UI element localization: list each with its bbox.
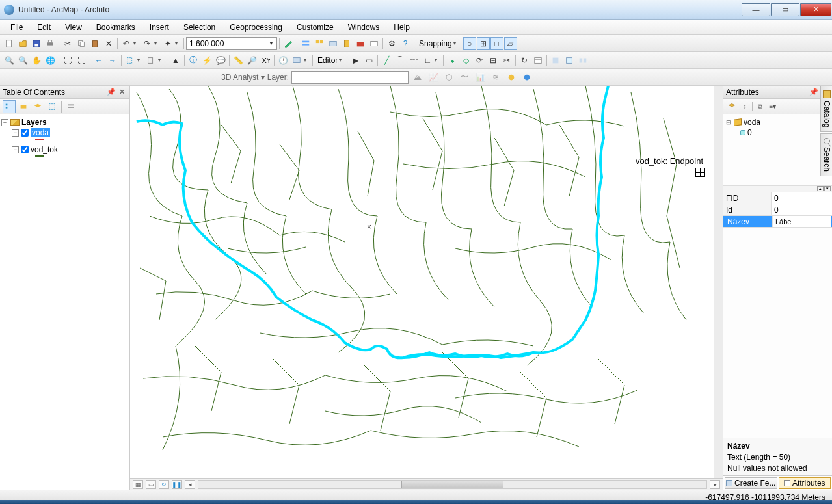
layer-switch-icon[interactable] bbox=[726, 101, 738, 113]
toc-item-voda[interactable]: − voda bbox=[1, 127, 128, 138]
delete-icon[interactable]: ✕ bbox=[102, 37, 115, 50]
attributes-icon[interactable] bbox=[531, 54, 544, 67]
snap-end-icon[interactable]: ⊞ bbox=[477, 37, 490, 50]
add-data-dropdown[interactable]: ▾ bbox=[175, 40, 181, 46]
menu-windows[interactable]: Windows bbox=[342, 21, 386, 34]
create-features-tab[interactable]: Create Fe... bbox=[725, 477, 777, 489]
model-builder-icon[interactable]: ⚙ bbox=[385, 37, 398, 50]
rotate-icon[interactable]: ↻ bbox=[518, 54, 531, 67]
trace-icon[interactable]: 〰 bbox=[407, 54, 420, 67]
maximize-button[interactable]: ▭ bbox=[771, 3, 799, 16]
layer-selector[interactable] bbox=[291, 71, 409, 84]
layout-view-button[interactable]: ▭ bbox=[146, 480, 156, 489]
side-tab-search[interactable]: Search bbox=[820, 133, 832, 176]
scene-icon[interactable] bbox=[505, 71, 518, 84]
list-by-drawing-icon[interactable] bbox=[3, 100, 16, 113]
toc-root-row[interactable]: − Layers bbox=[1, 117, 128, 127]
graph-icon[interactable] bbox=[520, 71, 533, 84]
search-window-icon[interactable] bbox=[327, 37, 340, 50]
catalog-tree-icon[interactable] bbox=[313, 37, 326, 50]
undo-dropdown[interactable]: ▾ bbox=[133, 40, 140, 46]
toc-item-vodtok[interactable]: − vod_tok bbox=[1, 144, 128, 155]
tree-toggle[interactable]: ⊟ bbox=[726, 119, 732, 126]
data-view-button[interactable]: ▦ bbox=[133, 480, 143, 489]
grid-row-nazev[interactable]: Název bbox=[723, 216, 832, 228]
layer-visibility-checkbox[interactable] bbox=[21, 129, 29, 137]
undo-icon[interactable]: ↶ bbox=[120, 37, 133, 50]
grid-value-input[interactable] bbox=[775, 218, 828, 226]
back-icon[interactable]: ← bbox=[92, 54, 105, 67]
menu-selection[interactable]: Selection bbox=[177, 21, 222, 34]
grid-row-fid[interactable]: FID 0 bbox=[723, 192, 832, 204]
clear-selection-icon[interactable] bbox=[144, 54, 157, 67]
menu-view[interactable]: View bbox=[59, 21, 88, 34]
close-button[interactable]: ✕ bbox=[800, 3, 831, 16]
attr-tree-root[interactable]: ⊟ voda bbox=[726, 117, 829, 127]
select-features-icon[interactable] bbox=[124, 54, 137, 67]
grid-value-editing[interactable] bbox=[773, 216, 831, 227]
print-icon[interactable] bbox=[44, 37, 57, 50]
toolbox-icon[interactable] bbox=[354, 37, 367, 50]
measure-icon[interactable]: 📏 bbox=[232, 54, 245, 67]
toc-pin-icon[interactable]: 📌 bbox=[105, 88, 117, 96]
scroll-left-button[interactable]: ◂ bbox=[185, 480, 195, 489]
cut-icon[interactable]: ✂ bbox=[61, 37, 74, 50]
surface-slope-icon[interactable]: 📈 bbox=[427, 71, 440, 84]
create-features-icon[interactable] bbox=[563, 54, 576, 67]
zoom-in-icon[interactable]: 🔍 bbox=[3, 54, 16, 67]
straight-segment-icon[interactable]: ╱ bbox=[380, 54, 393, 67]
list-by-source-icon[interactable] bbox=[17, 100, 30, 113]
attributes-tab[interactable]: Attributes bbox=[779, 477, 831, 489]
scale-dropdown-icon[interactable]: ▼ bbox=[269, 40, 274, 46]
split-icon[interactable]: ✂ bbox=[500, 54, 513, 67]
forward-icon[interactable]: → bbox=[106, 54, 119, 67]
scroll-down-icon[interactable]: ▾ bbox=[824, 186, 831, 191]
rightangle-icon[interactable]: ∟ bbox=[421, 54, 434, 67]
attributes-pin-icon[interactable]: 📌 bbox=[808, 88, 820, 96]
pan-icon[interactable]: ✋ bbox=[30, 54, 43, 67]
reshape-icon[interactable]: ⟳ bbox=[473, 54, 486, 67]
time-slider-icon[interactable]: 🕐 bbox=[276, 54, 289, 67]
side-tab-catalog[interactable]: Catalog bbox=[820, 86, 832, 132]
analyst-label[interactable]: 3D Analyst ▾ bbox=[221, 73, 265, 82]
find-icon[interactable]: 🔎 bbox=[245, 54, 258, 67]
snap-vertex-icon[interactable]: □ bbox=[490, 37, 503, 50]
layer-visibility-checkbox[interactable] bbox=[21, 146, 29, 153]
layer-symbol-vodtok[interactable] bbox=[1, 155, 128, 157]
refresh-button[interactable]: ↻ bbox=[159, 480, 169, 489]
menu-help[interactable]: Help bbox=[387, 21, 416, 34]
cut-polygon-icon[interactable]: ⊟ bbox=[487, 54, 500, 67]
redo-dropdown[interactable]: ▾ bbox=[154, 40, 161, 46]
editor-toolbar-icon[interactable] bbox=[282, 37, 295, 50]
collapse-icon[interactable]: − bbox=[12, 129, 19, 137]
arc-segment-icon[interactable]: ⌒ bbox=[394, 54, 407, 67]
options-icon[interactable] bbox=[64, 100, 77, 113]
options-menu-icon[interactable]: ≡▾ bbox=[767, 101, 779, 113]
copy-icon[interactable] bbox=[75, 37, 88, 50]
arccatalog-icon[interactable] bbox=[340, 37, 353, 50]
surface-diff-icon[interactable]: ≋ bbox=[489, 71, 502, 84]
point-icon[interactable]: ⬥ bbox=[446, 54, 459, 67]
toc-icon[interactable] bbox=[299, 37, 312, 50]
viewer-dropdown[interactable]: ▾ bbox=[304, 57, 310, 63]
attr-tree-child[interactable]: 0 bbox=[726, 127, 829, 138]
related-icon[interactable]: ⧉ bbox=[754, 101, 766, 113]
sort-asc-icon[interactable]: ↕ bbox=[739, 101, 751, 113]
what-icon[interactable]: ? bbox=[399, 37, 412, 50]
hyperlink-icon[interactable]: ⚡ bbox=[200, 54, 213, 67]
zoom-out-icon[interactable]: 🔍 bbox=[16, 54, 29, 67]
sketch-props-icon[interactable] bbox=[549, 54, 562, 67]
save-icon[interactable] bbox=[30, 37, 43, 50]
profile-graph-icon[interactable]: 📊 bbox=[474, 71, 487, 84]
full-extent-icon[interactable]: 🌐 bbox=[44, 54, 57, 67]
collapse-icon[interactable]: − bbox=[1, 119, 8, 126]
scale-selector[interactable]: 1:600 000 ▼ bbox=[186, 37, 277, 50]
snap-edge-icon[interactable]: ▱ bbox=[504, 37, 517, 50]
editor-menu[interactable]: Editor ▾ bbox=[315, 56, 348, 65]
paste-icon[interactable] bbox=[88, 37, 101, 50]
menu-bookmarks[interactable]: Bookmarks bbox=[90, 21, 142, 34]
menu-file[interactable]: File bbox=[4, 21, 29, 34]
fixed-zoomin-icon[interactable]: ⛶ bbox=[61, 54, 74, 67]
new-icon[interactable] bbox=[3, 37, 16, 50]
edit-vertices-icon[interactable]: ◇ bbox=[459, 54, 472, 67]
